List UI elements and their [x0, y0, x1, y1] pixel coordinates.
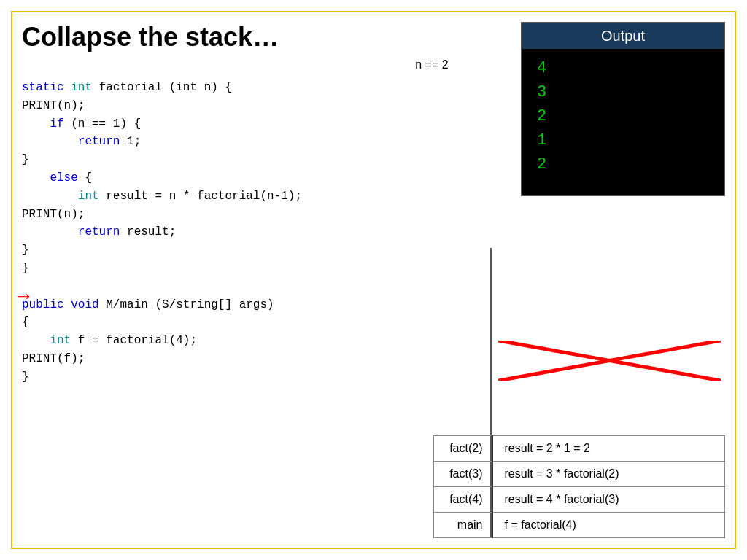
code-line-6: else {: [22, 169, 725, 187]
slide-title: Collapse the stack…: [22, 22, 725, 52]
code-line4-rest: 1;: [120, 135, 141, 148]
code-line-15: int f = factorial(4);: [22, 332, 725, 350]
stack-label-main: main: [434, 513, 492, 538]
stack-row-fact4: fact(4) result = 4 * factorial(3): [434, 487, 725, 513]
code-line-10: }: [22, 241, 725, 260]
red-arrow: →: [13, 284, 34, 308]
code-line13-rest: M/main (S/string[] args): [106, 298, 274, 311]
stack-value-fact4: result = 4 * factorial(3): [492, 487, 725, 513]
code-line-3: if (n == 1) {: [22, 115, 725, 133]
code-line3-rest: (n == 1) {: [64, 117, 142, 131]
code-line-11: }: [22, 260, 725, 278]
stack-table: fact(2) result = 2 * 1 = 2 fact(3) resul…: [433, 435, 725, 538]
code-line-16: PRINT(f);: [22, 350, 725, 368]
stack-label-fact4: fact(4): [434, 487, 492, 513]
code-line-8: PRINT(n);: [22, 206, 725, 224]
kw-int-3: int: [50, 334, 71, 347]
stack-label-fact2: fact(2): [434, 436, 492, 462]
code-line-13: public void M/main (S/string[] args): [22, 296, 725, 314]
code-line-2: PRINT(n);: [22, 97, 725, 115]
kw-void: void: [71, 298, 98, 311]
code-line-5: }: [22, 151, 725, 169]
stack-value-fact2: result = 2 * 1 = 2: [492, 436, 725, 462]
kw-int-2: int: [78, 190, 99, 203]
kw-static: static: [22, 81, 64, 94]
stack-row-main: main f = factorial(4): [434, 513, 725, 538]
code-line1-rest: factorial (int n) {: [99, 81, 232, 94]
code-line-17: }: [22, 368, 725, 386]
code-line9-rest: result;: [120, 225, 176, 238]
code-line7-rest: result = n * factorial(n-1);: [99, 190, 302, 203]
kw-return-2: return: [78, 225, 120, 238]
code-block: static int factorial (int n) { PRINT(n);…: [22, 79, 725, 386]
stack-value-main: f = factorial(4): [492, 513, 725, 538]
kw-if: if: [50, 117, 63, 131]
kw-return-1: return: [78, 135, 120, 148]
kw-int-1: int: [71, 81, 92, 94]
stack-row-fact2: fact(2) result = 2 * 1 = 2: [434, 436, 725, 462]
code-line-14: {: [22, 314, 725, 332]
stack-value-fact3: result = 3 * factorial(2): [492, 462, 725, 487]
code-line-9: return result;: [22, 223, 725, 241]
stack-row-fact3: fact(3) result = 3 * factorial(2): [434, 462, 725, 487]
code-line-7: int result = n * factorial(n-1);: [22, 187, 725, 206]
code-line15-rest: f = factorial(4);: [71, 334, 197, 347]
code-line-1: static int factorial (int n) {: [22, 79, 725, 97]
kw-else: else: [50, 171, 77, 184]
n-label: n == 2: [139, 58, 725, 71]
code-line6-rest: {: [78, 171, 92, 184]
code-line-4: return 1;: [22, 133, 725, 151]
stack-label-fact3: fact(3): [434, 462, 492, 487]
